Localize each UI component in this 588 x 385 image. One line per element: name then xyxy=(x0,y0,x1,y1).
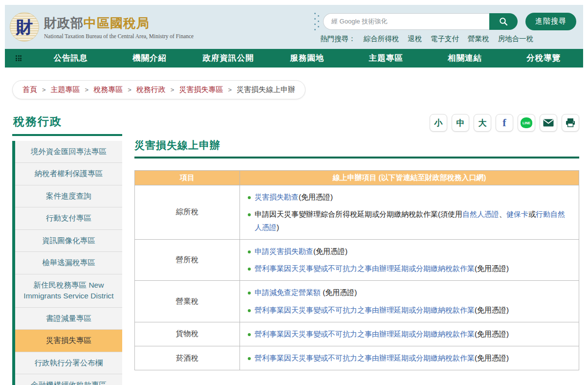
table-items-cell: 營利事業因天災事變或不可抗力之事由辦理延期或分期繳納稅款作業(免用憑證) xyxy=(240,346,579,370)
nav-item[interactable]: 服務園地 xyxy=(268,53,347,64)
apply-list-item: 營利事業因天災事變或不可抗力之事由辦理延期或分期繳納稅款作業(免用憑證) xyxy=(248,262,571,275)
table-row: 綜所稅災害損失勘查(免用憑證)申請因天災事變辦理綜合所得稅延期或分期繳納稅款作業… xyxy=(135,185,579,240)
breadcrumb-separator: > xyxy=(171,86,174,93)
printer-icon xyxy=(566,118,575,127)
site-title-english: National Taxation Bureau of the Central … xyxy=(44,33,194,39)
share-facebook-button[interactable]: f xyxy=(496,114,513,132)
hot-search-link[interactable]: 營業稅 xyxy=(468,34,489,44)
table-category-cell: 綜所稅 xyxy=(135,185,240,240)
apply-item-text: (免用憑證) xyxy=(475,264,509,272)
grid-menu-icon[interactable] xyxy=(16,55,22,61)
table-category-cell: 菸酒稅 xyxy=(135,346,240,370)
apply-item-text: (免用憑證) xyxy=(321,288,357,296)
site-title-ministry: 財政部 xyxy=(44,16,84,30)
nav-item[interactable]: 相關連結 xyxy=(425,53,504,64)
apply-list-item: 營利事業因天災事變或不可抗力之事由辦理延期或分期繳納稅款作業(免用憑證) xyxy=(248,304,571,317)
hot-search-label: 熱門搜尋： xyxy=(320,34,356,44)
sidebar-item[interactable]: 檢舉逃漏稅專區 xyxy=(15,252,122,274)
breadcrumb-link[interactable]: 首頁 xyxy=(22,85,37,94)
table-items-cell: 申請災害損失勘查(免用憑證)營利事業因天災事變或不可抗力之事由辦理延期或分期繳納… xyxy=(240,239,579,281)
breadcrumb-link[interactable]: 災害損失專區 xyxy=(179,85,223,94)
facebook-icon: f xyxy=(502,116,506,129)
table-items-cell: 災害損失勘查(免用憑證)申請因天災事變辦理綜合所得稅延期或分期繳納稅款作業(須使… xyxy=(240,185,579,240)
table-header-category: 項目 xyxy=(135,171,240,185)
table-row: 營業稅申請減免查定營業額 (免用憑證)營利事業因天災事變或不可抗力之事由辦理延期… xyxy=(135,281,579,322)
site-logo[interactable]: 財 財政部中區國稅局 National Taxation Bureau of t… xyxy=(10,12,194,42)
hot-search-link[interactable]: 電子支付 xyxy=(431,34,459,44)
page-title: 災害損失線上申辦 xyxy=(134,138,579,152)
nav-item[interactable]: 公告訊息 xyxy=(31,53,110,64)
page-title-rule xyxy=(134,157,579,159)
apply-item-text: (免用憑證) xyxy=(475,354,509,362)
nav-item[interactable]: 機關介紹 xyxy=(110,53,189,64)
advanced-search-button[interactable]: 進階搜尋 xyxy=(525,13,576,30)
breadcrumb-link[interactable]: 稅務行政 xyxy=(136,85,166,94)
nav-item[interactable]: 分稅導覽 xyxy=(504,53,583,64)
apply-item-link[interactable]: 健保卡 xyxy=(506,210,528,218)
search-button[interactable] xyxy=(489,13,518,30)
breadcrumb-link[interactable]: 主題專區 xyxy=(51,85,80,94)
main-content: 小 中 大 f LINE 災害損失線上申辦 項目 線上申辦項目 ( xyxy=(134,114,579,385)
line-icon: LINE xyxy=(521,117,532,128)
bureau-emblem-icon: 財 xyxy=(10,12,39,42)
table-row: 菸酒稅營利事業因天災事變或不可抗力之事由辦理延期或分期繳納稅款作業(免用憑證) xyxy=(135,346,579,370)
search-input[interactable] xyxy=(323,13,489,30)
apply-item-link[interactable]: 自然人憑證 xyxy=(462,210,499,218)
hot-search-link[interactable]: 退稅 xyxy=(408,34,422,44)
sidebar-item-active[interactable]: 災害損失專區 xyxy=(15,330,122,352)
apply-item-link[interactable]: 申請災害損失勘查 xyxy=(255,247,313,255)
table-items-cell: 營利事業因天災事變或不可抗力之事由辦理延期或分期繳納稅款作業(免用憑證) xyxy=(240,322,579,346)
apply-item-text: (免用憑證) xyxy=(299,193,333,201)
table-header-items: 線上申辦項目 (以下皆連結至財政部稅務入口網) xyxy=(240,171,579,185)
sidebar-item[interactable]: 納稅者權利保護專區 xyxy=(15,163,122,185)
apply-item-link[interactable]: 申請減免查定營業額 xyxy=(255,288,321,296)
table-category-cell: 營業稅 xyxy=(135,281,240,322)
hot-search-link[interactable]: 房地合一稅 xyxy=(498,34,534,44)
sidebar-item[interactable]: 新住民稅務專區 New Immigrants Service District xyxy=(15,274,122,308)
breadcrumb: 首頁>主題專區>稅務專區>稅務行政>災害損失專區>災害損失線上申辦 xyxy=(12,80,305,99)
sidebar-item[interactable]: 案件進度查詢 xyxy=(15,185,122,207)
apply-item-link[interactable]: 災害損失勘查 xyxy=(255,193,299,201)
sidebar-title: 稅務行政 xyxy=(12,114,122,129)
breadcrumb-link[interactable]: 稅務專區 xyxy=(93,85,123,94)
sidebar-item[interactable]: 行動支付專區 xyxy=(15,207,122,229)
apply-item-link[interactable]: 營利事業因天災事變或不可抗力之事由辦理延期或分期繳納稅款作業 xyxy=(255,354,475,362)
emblem-glyph: 財 xyxy=(16,19,33,35)
table-category-cell: 營所稅 xyxy=(135,239,240,281)
breadcrumb-separator: > xyxy=(228,86,232,93)
print-button[interactable] xyxy=(562,114,579,132)
apply-list-item: 災害損失勘查(免用憑證) xyxy=(248,191,571,204)
sidebar-item[interactable]: 書證減量專區 xyxy=(15,308,122,330)
sidebar-item[interactable]: 行政執行分署公布欄 xyxy=(15,352,122,374)
main-nav: 公告訊息機關介紹政府資訊公開服務園地主題專區相關連結分稅導覽 xyxy=(5,49,583,68)
font-size-small-button[interactable]: 小 xyxy=(430,114,447,132)
search-zone: 進階搜尋 熱門搜尋： 綜合所得稅退稅電子支付營業稅房地合一稅 xyxy=(314,11,576,44)
sidebar-item[interactable]: 金融機構經收稅款專區 xyxy=(15,374,122,385)
hot-search-row: 熱門搜尋： 綜合所得稅退稅電子支付營業稅房地合一稅 xyxy=(314,34,576,44)
breadcrumb-current: 災害損失線上申辦 xyxy=(237,85,295,94)
table-items-cell: 申請減免查定營業額 (免用憑證)營利事業因天災事變或不可抗力之事由辦理延期或分期… xyxy=(240,281,579,322)
apply-item-text: 或 xyxy=(528,210,536,218)
share-line-button[interactable]: LINE xyxy=(518,114,535,132)
hot-search-link[interactable]: 綜合所得稅 xyxy=(364,34,399,44)
sidebar-item[interactable]: 境外資金匯回專法專區 xyxy=(15,141,122,163)
sidebar-item[interactable]: 資訊圖像化專區 xyxy=(15,230,122,252)
apply-list-item: 營利事業因天災事變或不可抗力之事由辦理延期或分期繳納稅款作業(免用憑證) xyxy=(248,328,571,340)
font-size-medium-button[interactable]: 中 xyxy=(452,114,469,132)
apply-item-text: 、 xyxy=(499,210,506,218)
apply-list-item: 營利事業因天災事變或不可抗力之事由辦理延期或分期繳納稅款作業(免用憑證) xyxy=(248,352,571,364)
breadcrumb-separator: > xyxy=(128,86,131,93)
apply-item-link[interactable]: 營利事業因天災事變或不可抗力之事由辦理延期或分期繳納稅款作業 xyxy=(255,264,475,272)
site-header: 財 財政部中區國稅局 National Taxation Bureau of t… xyxy=(5,5,583,49)
apply-list-item: 申請減免查定營業額 (免用憑證) xyxy=(248,286,571,299)
table-row: 貨物稅營利事業因天災事變或不可抗力之事由辦理延期或分期繳納稅款作業(免用憑證) xyxy=(135,322,579,346)
share-email-button[interactable] xyxy=(540,114,557,132)
site-title: 財政部中區國稅局 xyxy=(44,15,194,32)
font-size-large-button[interactable]: 大 xyxy=(474,114,491,132)
apply-item-link[interactable]: 營利事業因天災事變或不可抗力之事由辦理延期或分期繳納稅款作業 xyxy=(255,330,475,338)
nav-item[interactable]: 主題專區 xyxy=(347,53,425,64)
breadcrumb-separator: > xyxy=(85,86,89,93)
mail-icon xyxy=(543,119,554,127)
nav-item[interactable]: 政府資訊公開 xyxy=(189,53,268,64)
apply-item-link[interactable]: 營利事業因天災事變或不可抗力之事由辦理延期或分期繳納稅款作業 xyxy=(255,306,475,314)
